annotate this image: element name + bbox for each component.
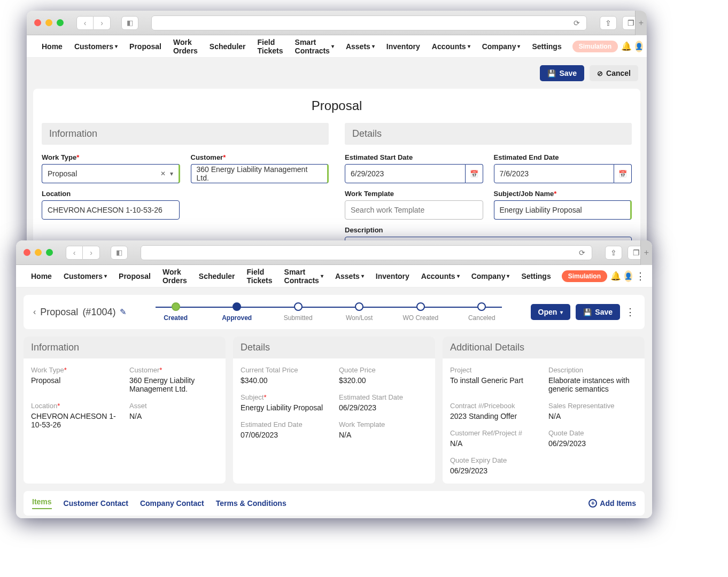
tab-customer-contact[interactable]: Customer Contact [64,499,128,508]
nav-customers[interactable]: Customers▾ [70,40,122,53]
nav-customers[interactable]: Customers▾ [59,270,111,283]
step-approved[interactable]: Approved [206,302,268,322]
calendar-icon[interactable]: 📅 [614,164,632,183]
bell-icon[interactable]: 🔔 [610,271,621,281]
work-template-value: N/A [339,431,428,439]
nav-forward-button[interactable]: › [94,16,111,30]
nav-company[interactable]: Company▾ [478,40,525,53]
step-submitted[interactable]: Submitted [267,302,329,322]
nav-home[interactable]: Home [37,40,67,53]
nav-smart-contracts[interactable]: Smart Contracts▾ [280,266,328,287]
url-bar[interactable]: ⟳ [151,15,587,30]
nav-work-orders[interactable]: Work Orders [158,266,191,287]
location-label: Location* [31,402,120,410]
location-input[interactable]: CHEVRON ACHESON 1-10-53-26 [42,200,180,220]
minimize-window-icon[interactable] [45,19,52,26]
nav-home[interactable]: Home [27,270,56,283]
minimize-window-icon[interactable] [35,249,42,256]
nav-inventory[interactable]: Inventory [382,40,424,53]
new-tab-button[interactable]: + [640,240,652,265]
tab-row: Items Customer Contact Company Contact T… [24,491,645,516]
sidebar-toggle-icon[interactable]: ◧ [111,246,128,260]
new-tab-button[interactable]: + [635,11,647,35]
nav-company[interactable]: Company▾ [467,270,514,283]
save-button[interactable]: 💾Save [576,304,620,320]
step-won-lost[interactable]: Won/Lost [329,302,390,322]
save-button[interactable]: 💾Save [540,65,584,81]
close-window-icon[interactable] [24,249,30,256]
nav-inventory[interactable]: Inventory [371,270,414,283]
nav-back-button[interactable]: ‹ [76,16,94,30]
simulation-badge[interactable]: Simulation [572,41,618,52]
close-window-icon[interactable] [34,19,41,26]
maximize-window-icon[interactable] [46,249,53,256]
page-content: 💾Save ⊘Cancel Proposal Information Work … [27,58,647,252]
simulation-badge[interactable]: Simulation [562,270,607,282]
chevron-down-icon[interactable]: ▾ [170,170,173,177]
reload-icon[interactable]: ⟳ [579,248,585,257]
kebab-menu-icon[interactable]: ⋮ [646,41,647,52]
step-canceled[interactable]: Canceled [451,302,513,322]
nav-back-button[interactable]: ‹ [66,246,83,260]
step-wo-created[interactable]: WO Created [390,302,451,322]
subject-input[interactable]: Energy Liability Proposal [494,200,632,220]
tab-company-contact[interactable]: Company Contact [140,499,204,508]
work-type-label: Work Type* [31,366,120,374]
edit-icon[interactable]: ✎ [120,307,127,317]
add-items-button[interactable]: +Add Items [588,499,636,508]
reload-icon[interactable]: ⟳ [574,19,580,27]
description-label: Description [345,226,632,234]
nav-accounts[interactable]: Accounts▾ [428,40,475,53]
user-avatar[interactable]: 👤 [635,41,643,52]
cancel-button[interactable]: ⊘Cancel [590,65,638,81]
nav-proposal[interactable]: Proposal [125,40,166,53]
est-end-input[interactable]: 7/6/2023 [494,164,615,183]
calendar-icon[interactable]: 📅 [466,164,483,183]
work-type-select[interactable]: Proposal ✕▾ [42,164,180,183]
nav-settings[interactable]: Settings [517,270,555,283]
clear-icon[interactable]: ✕ [160,170,166,177]
customer-select[interactable]: 360 Energy Liability Management Ltd. [191,164,329,183]
back-icon[interactable]: ‹ [33,307,36,317]
nav-assets[interactable]: Assets▾ [342,40,379,53]
quote-price-label: Quote Price [339,366,428,374]
nav-field-tickets[interactable]: Field Tickets [243,266,277,287]
nav-smart-contracts[interactable]: Smart Contracts▾ [291,36,338,57]
open-dropdown-button[interactable]: Open▾ [531,304,571,320]
section-additional: Additional Details [443,337,645,358]
maximize-window-icon[interactable] [57,19,64,26]
subject-label: Subject/Job Name* [494,190,632,198]
traffic-lights [24,249,53,256]
nav-scheduler[interactable]: Scheduler [205,40,250,53]
location-label: Location [42,190,180,198]
est-start-input[interactable]: 6/29/2023 [345,164,466,183]
nav-forward-button[interactable]: › [83,246,100,260]
tab-terms[interactable]: Terms & Conditions [216,499,286,508]
project-label: Project [450,366,539,374]
kebab-menu-icon[interactable]: ⋮ [636,270,645,282]
est-start-label: Estimated Start Date [345,153,483,161]
share-icon[interactable]: ⇪ [605,246,622,260]
user-avatar[interactable]: 👤 [624,270,632,282]
nav-settings[interactable]: Settings [528,40,566,53]
nav-scheduler[interactable]: Scheduler [195,270,239,283]
section-details: Details [345,123,632,145]
nav-proposal[interactable]: Proposal [114,270,155,283]
est-end-value: 07/06/2023 [241,431,329,439]
cust-ref-value: N/A [450,439,539,448]
page-title: Proposal [42,98,632,113]
sidebar-toggle-icon[interactable]: ◧ [121,16,138,30]
share-icon[interactable]: ⇪ [600,16,617,30]
nav-assets[interactable]: Assets▾ [331,270,368,283]
url-bar[interactable]: ⟳ [141,245,592,260]
customer-label: Customer* [191,153,329,161]
work-template-input[interactable] [345,200,483,220]
nav-field-tickets[interactable]: Field Tickets [253,36,288,57]
kebab-menu-icon[interactable]: ⋮ [625,306,635,318]
nav-accounts[interactable]: Accounts▾ [417,270,464,283]
chevron-down-icon: ▾ [104,273,107,279]
tab-items[interactable]: Items [32,497,52,509]
step-created[interactable]: Created [145,302,206,322]
nav-work-orders[interactable]: Work Orders [169,36,202,57]
bell-icon[interactable]: 🔔 [621,41,632,51]
